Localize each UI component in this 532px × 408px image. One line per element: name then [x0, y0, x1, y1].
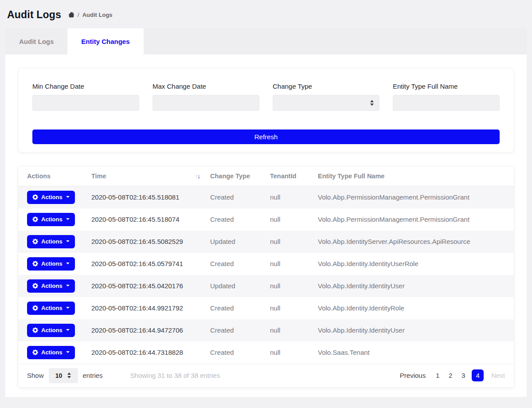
- tab-bar: Audit Logs Entity Changes: [5, 28, 527, 55]
- tab-entity-changes[interactable]: Entity Changes: [67, 28, 143, 55]
- cell-entity-type: Volo.Saas.Tenant: [313, 341, 514, 364]
- gear-icon: [32, 327, 38, 333]
- refresh-button[interactable]: Refresh: [32, 129, 500, 144]
- cell-time: 2020-05-08T02:16:45.5082529: [86, 231, 205, 253]
- caret-down-icon: [66, 218, 70, 220]
- cell-tenant-id: null: [265, 341, 313, 364]
- min-change-date-input[interactable]: [32, 95, 139, 111]
- caret-down-icon: [66, 307, 70, 309]
- row-actions-button[interactable]: Actions: [27, 213, 75, 226]
- breadcrumb-separator: /: [78, 12, 79, 18]
- entity-type-full-name-label: Entity Type Full Name: [393, 82, 500, 90]
- pagination-page-2[interactable]: 2: [446, 372, 455, 379]
- max-change-date-input[interactable]: [153, 95, 259, 111]
- column-header-actions: Actions: [18, 166, 86, 186]
- caret-down-icon: [66, 196, 70, 198]
- row-actions-button[interactable]: Actions: [27, 235, 75, 248]
- cell-time: 2020-05-08T02:16:45.518081: [86, 186, 205, 208]
- cell-entity-type: Volo.Abp.PermissionManagement.Permission…: [313, 186, 514, 208]
- home-icon[interactable]: [68, 12, 74, 18]
- entries-label: entries: [83, 372, 103, 379]
- cell-tenant-id: null: [265, 231, 313, 253]
- sort-descending-icon: ↓: [197, 173, 200, 180]
- filter-field-entity-type-full-name: Entity Type Full Name: [393, 82, 500, 111]
- select-arrows-icon: [67, 373, 71, 378]
- filter-field-max-change-date: Max Change Date: [153, 82, 259, 111]
- gear-icon: [32, 216, 38, 222]
- pagination: Previous 1 2 3 4 Next: [400, 369, 505, 381]
- row-actions-button[interactable]: Actions: [27, 257, 75, 271]
- pagination-page-4-active[interactable]: 4: [472, 369, 484, 381]
- page-header: Audit Logs / Audit Logs: [0, 0, 532, 28]
- breadcrumb-current: Audit Logs: [82, 12, 113, 18]
- table-row: Actions 2020-05-08T02:16:45.0579741 Crea…: [18, 253, 514, 275]
- cell-time: 2020-05-08T02:16:44.7318828: [86, 341, 205, 364]
- sort-icon[interactable]: ↑↓: [195, 173, 200, 180]
- page-title: Audit Logs: [7, 9, 61, 21]
- cell-time: 2020-05-08T02:16:45.0579741: [86, 253, 205, 275]
- row-actions-button[interactable]: Actions: [27, 302, 75, 315]
- filter-card: Min Change Date Max Change Date Change T…: [18, 68, 514, 153]
- breadcrumb: / Audit Logs: [68, 12, 113, 18]
- row-actions-button[interactable]: Actions: [27, 324, 75, 337]
- cell-tenant-id: null: [265, 275, 313, 297]
- show-label: Show: [27, 372, 44, 379]
- cell-tenant-id: null: [265, 297, 313, 319]
- caret-down-icon: [66, 240, 70, 242]
- cell-entity-type: Volo.Abp.PermissionManagement.Permission…: [313, 208, 514, 231]
- select-arrows-icon: [370, 100, 374, 106]
- cell-change-type: Created: [205, 253, 265, 275]
- cell-entity-type: Volo.Abp.Identity.IdentityUser: [313, 319, 514, 341]
- cell-time: 2020-05-08T02:16:45.518074: [86, 208, 205, 231]
- cell-entity-type: Volo.Abp.Identity.IdentityRole: [313, 297, 514, 319]
- page-size-value: 10: [55, 372, 63, 379]
- cell-change-type: Created: [205, 341, 265, 364]
- table-row: Actions 2020-05-08T02:16:44.9921792 Crea…: [18, 297, 514, 319]
- caret-down-icon: [66, 351, 70, 353]
- entity-changes-table-card: Actions Time ↑↓ Change Type TenantId Ent…: [18, 166, 514, 388]
- row-actions-button[interactable]: Actions: [27, 191, 75, 204]
- tab-content-panel: Min Change Date Max Change Date Change T…: [5, 55, 527, 397]
- entity-type-full-name-input[interactable]: [393, 95, 500, 111]
- showing-info: Showing 31 to 38 of 38 entries: [130, 372, 220, 379]
- cell-change-type: Created: [205, 319, 265, 341]
- cell-entity-type: Volo.Abp.Identity.IdentityUserRole: [313, 253, 514, 275]
- table-row: Actions 2020-05-08T02:16:45.0420176 Upda…: [18, 275, 514, 297]
- pagination-next[interactable]: Next: [491, 372, 505, 379]
- gear-icon: [32, 305, 38, 311]
- gear-icon: [32, 239, 38, 244]
- row-actions-button[interactable]: Actions: [27, 346, 75, 359]
- cell-time: 2020-05-08T02:16:44.9472706: [86, 319, 205, 341]
- pagination-previous[interactable]: Previous: [400, 372, 426, 379]
- change-type-select[interactable]: [273, 95, 379, 111]
- pagination-page-3[interactable]: 3: [459, 372, 468, 379]
- column-header-tenant-id: TenantId: [265, 166, 313, 186]
- table-row: Actions 2020-05-08T02:16:45.518074 Creat…: [18, 208, 514, 231]
- caret-down-icon: [66, 285, 70, 286]
- caret-down-icon: [66, 329, 70, 331]
- page-size-select[interactable]: 10: [49, 368, 78, 383]
- cell-change-type: Created: [205, 297, 265, 319]
- table-row: Actions 2020-05-08T02:16:45.5082529 Upda…: [18, 231, 514, 253]
- cell-time: 2020-05-08T02:16:45.0420176: [86, 275, 205, 297]
- gear-icon: [32, 283, 38, 289]
- cell-change-type: Created: [205, 208, 265, 231]
- gear-icon: [32, 349, 38, 355]
- cell-entity-type: Volo.Abp.Identity.IdentityUser: [313, 275, 514, 297]
- gear-icon: [32, 261, 38, 267]
- max-change-date-label: Max Change Date: [153, 82, 259, 90]
- tab-audit-logs[interactable]: Audit Logs: [5, 28, 67, 55]
- cell-tenant-id: null: [265, 253, 313, 275]
- cell-tenant-id: null: [265, 208, 313, 231]
- cell-change-type: Updated: [205, 275, 265, 297]
- cell-tenant-id: null: [265, 319, 313, 341]
- column-header-entity-type-full-name: Entity Type Full Name: [313, 166, 514, 186]
- column-header-time[interactable]: Time ↑↓: [86, 166, 205, 186]
- row-actions-button[interactable]: Actions: [27, 279, 75, 293]
- cell-tenant-id: null: [265, 186, 313, 208]
- min-change-date-label: Min Change Date: [32, 82, 139, 90]
- cell-change-type: Created: [205, 186, 265, 208]
- filter-field-change-type: Change Type: [273, 82, 379, 111]
- pagination-page-1[interactable]: 1: [433, 372, 442, 379]
- table-row: Actions 2020-05-08T02:16:44.7318828 Crea…: [18, 341, 514, 364]
